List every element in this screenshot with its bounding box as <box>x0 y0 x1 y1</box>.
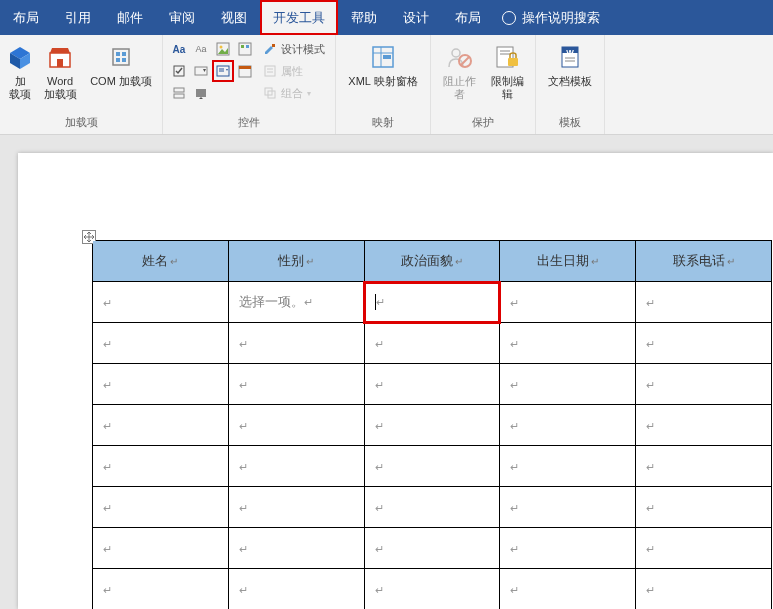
th-birth[interactable]: 出生日期↵ <box>500 241 636 282</box>
group-control-button: 组合 ▾ <box>259 83 329 103</box>
addins-button[interactable]: 加 载项 <box>6 39 34 103</box>
svg-text:W: W <box>566 48 574 57</box>
page[interactable]: 姓名↵ 性别↵ 政治面貌↵ 出生日期↵ 联系电话↵ ↵ 选择一项。↵ ↵ ↵ ↵… <box>18 153 773 609</box>
cell-gender-dropdown[interactable]: 选择一项。↵ <box>228 282 364 323</box>
dropdown-list-control[interactable] <box>213 61 233 81</box>
cell[interactable]: ↵ <box>636 405 772 446</box>
cell[interactable]: ↵ <box>93 323 229 364</box>
cell[interactable]: ↵ <box>500 282 636 323</box>
plain-text-control[interactable]: Aa <box>191 39 211 59</box>
doc-template-icon: W <box>554 41 586 73</box>
cell[interactable]: ↵ <box>364 405 500 446</box>
tab-view[interactable]: 视图 <box>208 0 260 35</box>
cell[interactable]: ↵ <box>636 446 772 487</box>
doc-template-label: 文档模板 <box>548 75 592 88</box>
restrict-editing-icon <box>491 41 523 73</box>
cell[interactable]: ↵ <box>228 528 364 569</box>
cell[interactable]: ↵ <box>500 446 636 487</box>
table-row: ↵↵↵↵↵ <box>93 487 772 528</box>
cell[interactable]: ↵ <box>364 487 500 528</box>
cell[interactable]: ↵ <box>500 528 636 569</box>
lightbulb-icon <box>502 11 516 25</box>
xml-mapping-button[interactable]: XML 映射窗格 <box>342 39 424 90</box>
tab-layout2[interactable]: 布局 <box>442 0 494 35</box>
cell[interactable]: ↵ <box>93 364 229 405</box>
svg-rect-2 <box>113 49 129 65</box>
group-template-label: 模板 <box>559 113 581 132</box>
combobox-control[interactable] <box>191 61 211 81</box>
rich-text-control[interactable]: Aa <box>169 39 189 59</box>
tell-me-label: 操作说明搜索 <box>522 9 600 27</box>
cell[interactable]: ↵ <box>364 528 500 569</box>
tab-layout[interactable]: 布局 <box>0 0 52 35</box>
properties-button: 属性 <box>259 61 329 81</box>
cell[interactable]: ↵ <box>636 487 772 528</box>
cell[interactable]: ↵ <box>500 323 636 364</box>
cell[interactable]: ↵ <box>93 405 229 446</box>
cell[interactable]: ↵ <box>500 569 636 610</box>
cell[interactable]: ↵ <box>500 364 636 405</box>
cell[interactable]: ↵ <box>636 323 772 364</box>
cell[interactable]: ↵ <box>636 282 772 323</box>
cell[interactable]: ↵ <box>93 282 229 323</box>
cell[interactable]: ↵ <box>228 487 364 528</box>
checkbox-control[interactable] <box>169 61 189 81</box>
design-mode-button[interactable]: 设计模式 <box>259 39 329 59</box>
document-area: 姓名↵ 性别↵ 政治面貌↵ 出生日期↵ 联系电话↵ ↵ 选择一项。↵ ↵ ↵ ↵… <box>0 135 773 609</box>
cell[interactable]: ↵ <box>228 364 364 405</box>
picture-control[interactable] <box>213 39 233 59</box>
legacy-tools[interactable] <box>191 83 211 103</box>
date-picker-control[interactable] <box>235 61 255 81</box>
tab-reference[interactable]: 引用 <box>52 0 104 35</box>
cell[interactable]: ↵ <box>93 528 229 569</box>
svg-rect-21 <box>174 94 184 98</box>
cell[interactable]: ↵ <box>93 446 229 487</box>
svg-rect-5 <box>116 58 120 62</box>
cell[interactable]: ↵ <box>228 569 364 610</box>
tab-design[interactable]: 设计 <box>390 0 442 35</box>
com-addins-button[interactable]: COM 加载项 <box>86 39 156 90</box>
cell[interactable]: ↵ <box>500 405 636 446</box>
doc-template-button[interactable]: W 文档模板 <box>542 39 598 90</box>
table-body: ↵ 选择一项。↵ ↵ ↵ ↵ ↵↵↵↵↵ ↵↵↵↵↵ ↵↵↵↵↵ ↵↵↵↵↵ ↵… <box>93 282 772 610</box>
cell[interactable]: ↵ <box>364 569 500 610</box>
tab-developer[interactable]: 开发工具 <box>260 0 338 35</box>
tab-review[interactable]: 审阅 <box>156 0 208 35</box>
properties-label: 属性 <box>281 64 303 79</box>
th-name[interactable]: 姓名↵ <box>93 241 229 282</box>
th-political[interactable]: 政治面貌↵ <box>364 241 500 282</box>
cell-active[interactable]: ↵ <box>364 282 500 323</box>
word-addins-button[interactable]: Word 加载项 <box>38 39 82 103</box>
svg-point-8 <box>220 46 223 49</box>
restrict-editing-button[interactable]: 限制编辑 <box>485 39 529 103</box>
dropdown-arrow-icon: ▾ <box>307 89 311 98</box>
repeating-section-control[interactable] <box>169 83 189 103</box>
building-block-control[interactable] <box>235 39 255 59</box>
table-header-row: 姓名↵ 性别↵ 政治面貌↵ 出生日期↵ 联系电话↵ <box>93 241 772 282</box>
cell[interactable]: ↵ <box>228 405 364 446</box>
th-phone[interactable]: 联系电话↵ <box>636 241 772 282</box>
cell[interactable]: ↵ <box>364 323 500 364</box>
cell[interactable]: ↵ <box>364 364 500 405</box>
tab-help[interactable]: 帮助 <box>338 0 390 35</box>
tab-mailings[interactable]: 邮件 <box>104 0 156 35</box>
cell[interactable]: ↵ <box>500 487 636 528</box>
cell[interactable]: ↵ <box>228 446 364 487</box>
cell[interactable]: ↵ <box>93 569 229 610</box>
table-row: ↵↵↵↵↵ <box>93 405 772 446</box>
cell[interactable]: ↵ <box>228 323 364 364</box>
cell[interactable]: ↵ <box>636 364 772 405</box>
svg-rect-6 <box>122 58 126 62</box>
cell[interactable]: ↵ <box>364 446 500 487</box>
th-gender[interactable]: 性别↵ <box>228 241 364 282</box>
form-table[interactable]: 姓名↵ 性别↵ 政治面貌↵ 出生日期↵ 联系电话↵ ↵ 选择一项。↵ ↵ ↵ ↵… <box>92 240 772 609</box>
svg-rect-10 <box>241 45 244 48</box>
table-row: ↵↵↵↵↵ <box>93 528 772 569</box>
group-icon <box>263 86 277 100</box>
cell[interactable]: ↵ <box>636 528 772 569</box>
cell[interactable]: ↵ <box>636 569 772 610</box>
tell-me-search[interactable]: 操作说明搜索 <box>502 0 600 35</box>
xml-mapping-icon <box>367 41 399 73</box>
design-mode-icon <box>263 42 277 56</box>
cell[interactable]: ↵ <box>93 487 229 528</box>
